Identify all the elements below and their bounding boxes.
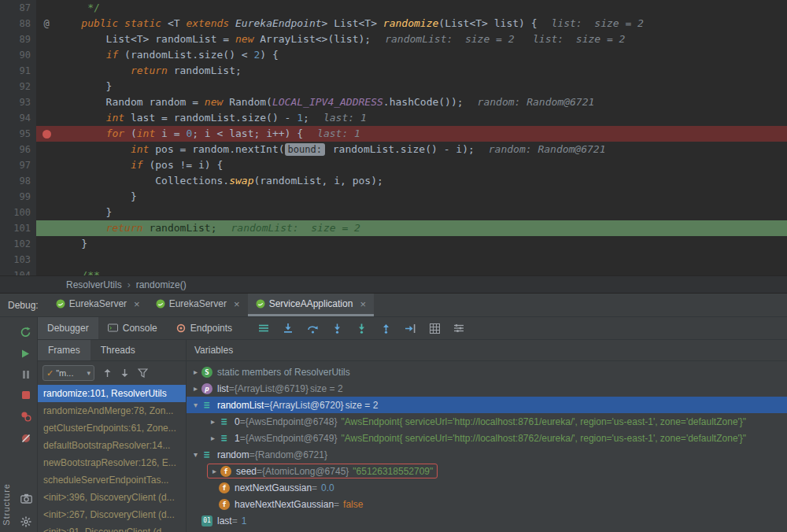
close-icon[interactable]: × <box>234 298 240 310</box>
structure-stripe-button[interactable]: Structure <box>2 483 11 526</box>
line-number[interactable]: 104 <box>0 268 36 275</box>
field-icon: f <box>219 482 230 493</box>
view-breakpoints-icon[interactable] <box>20 411 31 422</box>
variable-row[interactable]: ▾≡randomList = {ArrayList@6720} size = 2 <box>187 397 787 413</box>
chevron-expanded-icon[interactable]: ▾ <box>190 450 201 459</box>
rerun-icon[interactable] <box>20 327 31 338</box>
variable-row[interactable]: ▸Sstatic members of ResolverUtils <box>187 364 787 380</box>
code-line[interactable]: 87 */ <box>0 0 787 16</box>
next-frame-icon[interactable] <box>120 368 129 378</box>
breadcrumb-method[interactable]: randomize() <box>136 279 187 290</box>
line-number[interactable]: 95 <box>0 126 36 142</box>
previous-frame-icon[interactable] <box>103 368 112 378</box>
frame-list-item[interactable]: randomize:101, ResolverUtils <box>38 385 186 402</box>
line-number[interactable]: 90 <box>0 47 36 63</box>
pause-icon[interactable] <box>21 370 31 379</box>
tab-threads[interactable]: Threads <box>91 340 146 360</box>
frame-list-item[interactable]: randomizeAndMerge:78, Zon... <box>38 402 186 419</box>
frame-list-item[interactable]: newBootstrapResolver:126, E... <box>38 454 186 471</box>
code-line[interactable]: 88@ public static <T extends EurekaEndpo… <box>0 16 787 31</box>
annotation-gutter-icon[interactable]: @ <box>36 16 57 31</box>
run-tab[interactable]: EurekaServer× <box>148 294 248 316</box>
tab-frames[interactable]: Frames <box>38 340 91 360</box>
frame-list-item[interactable]: scheduleServerEndpointTas... <box>38 471 186 489</box>
code-line[interactable]: 95 for (int i = 0; i < last; i++) {last:… <box>0 126 787 142</box>
code-line[interactable]: 92 } <box>0 79 787 94</box>
code-text: } <box>57 79 112 94</box>
line-number[interactable]: 96 <box>0 142 36 157</box>
line-number[interactable]: 91 <box>0 63 36 79</box>
code-line[interactable]: 102 } <box>0 236 787 252</box>
code-line[interactable]: 99 } <box>0 189 787 205</box>
line-number[interactable]: 88 <box>0 16 36 31</box>
line-number[interactable]: 100 <box>0 205 36 220</box>
line-number[interactable]: 97 <box>0 157 36 173</box>
code-line[interactable]: 101 return randomList;randomList: size =… <box>0 220 787 236</box>
run-tab[interactable]: EurekaServer× <box>48 294 148 316</box>
camera-icon[interactable] <box>20 493 32 504</box>
strip-icons-top <box>20 327 31 444</box>
tab-endpoints[interactable]: Endpoints <box>167 317 242 339</box>
frame-list-item[interactable]: <init>:396, DiscoveryClient (d... <box>38 489 186 506</box>
chevron-down-icon: ▾ <box>87 369 91 377</box>
breakpoint-icon[interactable] <box>36 130 57 139</box>
line-number[interactable]: 89 <box>0 31 36 47</box>
code-text: return randomList; <box>57 220 217 236</box>
chevron-collapsed-icon[interactable]: ▸ <box>207 417 219 426</box>
thread-selector-combo[interactable]: ✓ "m... ▾ <box>42 365 94 381</box>
close-icon[interactable]: × <box>134 298 140 310</box>
variable-row[interactable]: ▸≡0 = {AwsEndpoint@6748}"AwsEndpoint{ se… <box>187 413 787 430</box>
code-line[interactable]: 91 return randomList; <box>0 63 787 79</box>
resume-icon[interactable] <box>20 349 31 359</box>
code-line[interactable]: 89 List<T> randomList = new ArrayList<>(… <box>0 31 787 47</box>
variable-row[interactable]: fnextNextGaussian = 0.0 <box>187 479 787 496</box>
variable-ref: {AwsEndpoint@6748} <box>246 416 338 427</box>
chevron-collapsed-icon[interactable]: ▸ <box>190 384 201 393</box>
chevron-collapsed-icon[interactable]: ▸ <box>190 368 201 376</box>
code-editor[interactable]: 87 */88@ public static <T extends Eureka… <box>0 0 787 275</box>
mute-breakpoints-icon[interactable] <box>20 433 31 444</box>
stop-icon[interactable] <box>21 390 31 400</box>
gear-icon[interactable] <box>20 516 31 527</box>
code-line[interactable]: 96 int pos = random.nextInt(bound: rando… <box>0 142 787 157</box>
code-line[interactable]: 93 Random random = new Random(LOCAL_IPV4… <box>0 94 787 110</box>
tab-console[interactable]: Console <box>98 317 167 339</box>
variable-row[interactable]: fhaveNextNextGaussian = false <box>187 496 787 512</box>
code-line[interactable]: 94 int last = randomList.size() - 1;last… <box>0 110 787 126</box>
run-tab[interactable]: ServiceAApplication× <box>248 294 374 316</box>
chevron-collapsed-icon[interactable]: ▸ <box>207 434 219 442</box>
code-line[interactable]: 103 <box>0 252 787 268</box>
tab-debugger[interactable]: Debugger <box>38 317 98 339</box>
line-number[interactable]: 94 <box>0 110 36 126</box>
chevron-expanded-icon[interactable]: ▾ <box>190 401 201 409</box>
frame-list-item[interactable]: getClusterEndpoints:61, Zone... <box>38 419 186 437</box>
line-number[interactable]: 101 <box>0 220 36 236</box>
code-line[interactable]: 98 Collections.swap(randomList, i, pos); <box>0 173 787 189</box>
variable-row[interactable]: 01last = 1 <box>187 512 787 529</box>
line-number[interactable]: 92 <box>0 79 36 94</box>
breadcrumb-class[interactable]: ResolverUtils <box>66 279 122 290</box>
variable-ref: {Random@6721} <box>255 449 327 460</box>
hide-frames-filter-icon[interactable] <box>138 368 148 378</box>
code-text: if (pos != i) { <box>57 157 223 173</box>
code-line[interactable]: 90 if (randomList.size() < 2) { <box>0 47 787 63</box>
frames-controls: ✓ "m... ▾ <box>38 361 186 385</box>
frame-list-item[interactable]: defaultBootstrapResolver:14... <box>38 437 186 454</box>
line-number[interactable]: 93 <box>0 94 36 110</box>
variable-row[interactable]: ▸≡1 = {AwsEndpoint@6749}"AwsEndpoint{ se… <box>187 430 787 446</box>
line-number[interactable]: 103 <box>0 252 36 268</box>
frame-list-item[interactable]: <init>:91, DiscoveryClient (d... <box>38 523 186 532</box>
frame-list-item[interactable]: <init>:267, DiscoveryClient (d... <box>38 506 186 523</box>
line-number[interactable]: 98 <box>0 173 36 189</box>
close-icon[interactable]: × <box>360 298 366 310</box>
code-line[interactable]: 97 if (pos != i) { <box>0 157 787 173</box>
variable-row[interactable]: ▸fseed = {AtomicLong@6745}"6512631855270… <box>187 463 787 479</box>
line-number[interactable]: 102 <box>0 236 36 252</box>
line-number[interactable]: 99 <box>0 189 36 205</box>
variable-row[interactable]: ▸plist = {ArrayList@6719} size = 2 <box>187 380 787 397</box>
variable-row[interactable]: ▾≡random = {Random@6721} <box>187 446 787 463</box>
code-line[interactable]: 104 /** <box>0 268 787 275</box>
line-number[interactable]: 87 <box>0 0 36 16</box>
chevron-collapsed-icon[interactable]: ▸ <box>209 467 220 475</box>
code-line[interactable]: 100 } <box>0 205 787 220</box>
